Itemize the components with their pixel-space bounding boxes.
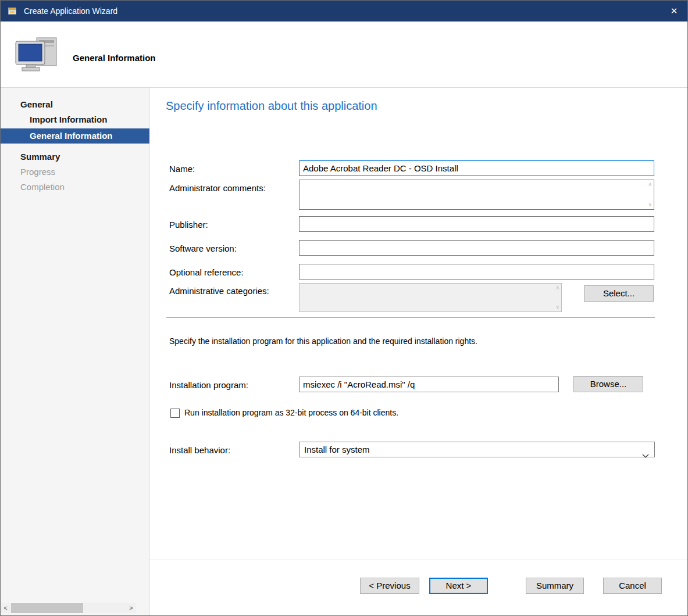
wizard-nav-sidebar: General Import Information General Infor…	[1, 88, 149, 615]
optional-reference-input[interactable]	[299, 264, 654, 280]
nav-item-import-information[interactable]: Import Information	[30, 112, 107, 127]
chevron-down-icon	[642, 448, 649, 463]
run-32bit-label[interactable]: Run installation program as 32-bit proce…	[184, 408, 398, 417]
horizontal-scrollbar[interactable]: < >	[1, 603, 136, 613]
browse-button[interactable]: Browse...	[573, 376, 643, 392]
computer-icon	[13, 37, 60, 76]
publisher-input[interactable]	[299, 216, 654, 232]
admin-categories-field: ∧ ∨	[299, 283, 562, 312]
name-input[interactable]	[299, 160, 654, 176]
name-label: Name:	[169, 164, 195, 174]
install-behavior-value: Install for system	[304, 445, 370, 454]
optional-reference-label: Optional reference:	[169, 267, 244, 277]
admin-comments-field: ∧ ∨	[299, 180, 654, 210]
scroll-down-icon: ∨	[648, 202, 652, 207]
scrollbar-thumb[interactable]	[11, 603, 83, 613]
cancel-button[interactable]: Cancel	[603, 578, 662, 594]
previous-button[interactable]: < Previous	[360, 578, 419, 594]
scroll-down-icon: ∨	[555, 305, 559, 310]
scroll-up-icon: ∧	[648, 182, 652, 187]
scroll-left-icon[interactable]: <	[1, 603, 10, 613]
software-version-label: Software version:	[169, 243, 237, 253]
admin-categories-label: Administrative categories:	[169, 286, 269, 296]
install-behavior-select[interactable]: Install for system	[299, 442, 655, 457]
section-divider	[166, 317, 655, 318]
install-behavior-label: Install behavior:	[169, 445, 230, 455]
admin-comments-input[interactable]	[300, 180, 654, 209]
footer-divider	[149, 560, 687, 560]
content-heading: Specify information about this applicati…	[166, 99, 377, 113]
titlebar: Create Application Wizard ✕	[1, 1, 687, 22]
nav-item-general-information-selected[interactable]: General Information	[1, 128, 149, 144]
next-button[interactable]: Next >	[429, 578, 488, 594]
nav-item-summary[interactable]: Summary	[20, 149, 60, 164]
wizard-window-icon	[8, 6, 18, 16]
nav-item-completion: Completion	[20, 180, 65, 195]
select-categories-button[interactable]: Select...	[584, 285, 654, 302]
wizard-header: General Information	[1, 22, 687, 88]
nav-item-general[interactable]: General	[20, 97, 53, 112]
wizard-content: Specify information about this applicati…	[149, 88, 687, 615]
close-button[interactable]: ✕	[661, 1, 687, 22]
installation-program-label: Installation program:	[169, 380, 248, 390]
install-section-description: Specify the installation program for thi…	[169, 336, 477, 346]
installation-program-input[interactable]	[299, 377, 559, 392]
scroll-up-icon: ∧	[555, 285, 559, 291]
summary-button[interactable]: Summary	[526, 578, 584, 594]
scroll-right-icon[interactable]: >	[126, 603, 136, 613]
admin-categories-input	[300, 284, 561, 311]
window-title: Create Application Wizard	[24, 6, 117, 16]
close-icon: ✕	[671, 6, 678, 16]
software-version-input[interactable]	[299, 240, 654, 256]
admin-comments-label: Administrator comments:	[169, 183, 266, 193]
create-application-wizard-window: Create Application Wizard ✕ General Info…	[0, 0, 688, 616]
run-32bit-checkbox[interactable]	[170, 409, 180, 418]
publisher-label: Publisher:	[169, 220, 208, 230]
nav-item-progress: Progress	[20, 164, 55, 180]
page-title: General Information	[73, 53, 156, 63]
